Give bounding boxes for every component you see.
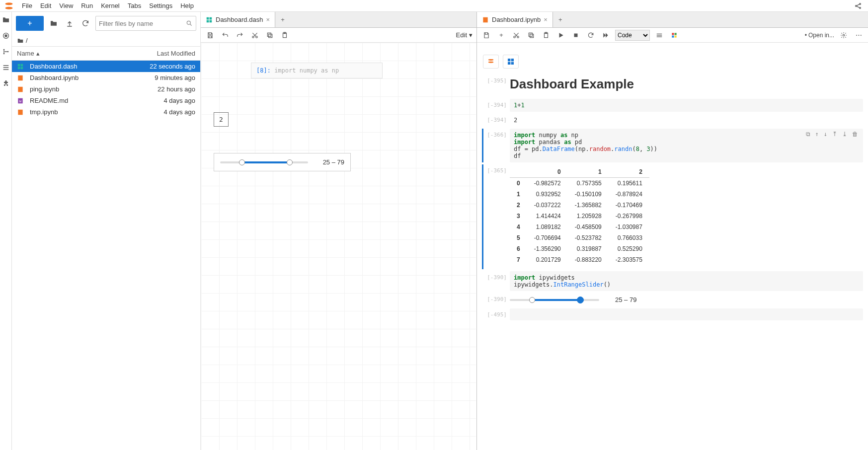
kernel-settings-button[interactable]: [838, 30, 849, 41]
prompt: [-390]: [480, 293, 510, 306]
view-notebook-button[interactable]: [483, 55, 499, 69]
tab-dashboard-ipynb[interactable]: Dashboard.ipynb ×: [477, 12, 553, 27]
header-name[interactable]: Name▴: [17, 50, 131, 57]
slider-track[interactable]: [510, 299, 599, 301]
debugger-button[interactable]: [669, 30, 680, 41]
menu-file[interactable]: File: [18, 2, 36, 9]
folder-icon[interactable]: [2, 16, 10, 24]
celltype-select[interactable]: Code: [615, 30, 650, 41]
mode-select[interactable]: Edit ▾: [456, 31, 473, 39]
file-row[interactable]: Dashboard.dash22 seconds ago: [12, 61, 200, 72]
code-cell[interactable]: import ipywidgetsipywidgets.IntRangeSlid…: [510, 271, 863, 291]
stop-button[interactable]: [570, 30, 581, 41]
run-button[interactable]: [555, 30, 566, 41]
dashboard-code-cell[interactable]: [8]: import numpy as np: [251, 63, 383, 78]
save-button[interactable]: [481, 30, 492, 41]
svg-rect-23: [210, 20, 212, 22]
restart-run-all-button[interactable]: [600, 30, 611, 41]
cut-button[interactable]: [249, 30, 260, 41]
upload-button[interactable]: [64, 17, 76, 29]
new-launcher-button[interactable]: +: [16, 16, 44, 31]
slider-track[interactable]: [220, 161, 308, 163]
menu-run[interactable]: Run: [77, 2, 97, 9]
copy-button[interactable]: [264, 30, 275, 41]
svg-rect-20: [207, 17, 209, 19]
svg-rect-11: [18, 64, 20, 66]
svg-rect-26: [269, 34, 272, 37]
menu-help[interactable]: Help: [176, 2, 198, 9]
slider-value-label: 25 – 79: [313, 158, 344, 166]
view-dashboard-button[interactable]: [503, 55, 519, 69]
close-icon[interactable]: ×: [544, 16, 548, 23]
save-button[interactable]: [205, 30, 216, 41]
restart-button[interactable]: [585, 30, 596, 41]
file-row[interactable]: MREADME.md4 days ago: [12, 95, 200, 106]
menu-tabs[interactable]: Tabs: [124, 2, 145, 9]
file-filter-input[interactable]: [99, 20, 186, 27]
more-button[interactable]: ⋯: [853, 30, 864, 41]
cut-button[interactable]: [511, 30, 522, 41]
output-cell: 2: [510, 114, 863, 127]
file-row[interactable]: tmp.ipynb4 days ago: [12, 106, 200, 118]
menu-settings[interactable]: Settings: [145, 2, 176, 9]
move-down-icon[interactable]: ↓: [824, 131, 827, 138]
menu-view[interactable]: View: [55, 2, 77, 9]
notebook-pane: Dashboard.ipynb × + + Code • Open in: [477, 12, 868, 450]
slider-thumb-high[interactable]: [287, 159, 293, 165]
undo-button[interactable]: [220, 30, 231, 41]
menu-kernel[interactable]: Kernel: [97, 2, 124, 9]
jupyter-logo: [4, 1, 14, 11]
file-modified: 4 days ago: [131, 97, 195, 104]
share-icon[interactable]: [854, 2, 862, 10]
close-icon[interactable]: ×: [266, 16, 270, 23]
tab-dashboard-dash[interactable]: Dashboard.dash ×: [201, 12, 275, 27]
dashboard-canvas[interactable]: [8]: import numpy as np 2 25 – 79: [201, 43, 476, 450]
dashboard-slider-widget[interactable]: 25 – 79: [214, 153, 351, 171]
delete-icon[interactable]: 🗑: [852, 131, 858, 138]
slider-thumb-high[interactable]: [577, 297, 584, 303]
chevron-down-icon: ▾: [469, 31, 473, 39]
insert-cell-button[interactable]: +: [496, 30, 507, 41]
file-browser: + / Name▴ Last Modified Dashboard.dash22…: [12, 12, 201, 450]
file-modified: 22 hours ago: [131, 85, 195, 93]
paste-button[interactable]: [541, 30, 552, 41]
prompt-label: [8]:: [256, 67, 271, 74]
new-folder-button[interactable]: [48, 17, 60, 29]
dashboard-output-cell[interactable]: 2: [214, 112, 229, 127]
move-up-icon[interactable]: ↑: [815, 131, 819, 138]
header-modified[interactable]: Last Modified: [131, 50, 195, 57]
slider-thumb-low[interactable]: [529, 297, 535, 303]
file-row[interactable]: Dashboard.ipynb9 minutes ago: [12, 72, 200, 83]
refresh-button[interactable]: [79, 17, 91, 29]
notebook-toolbar: + Code • Open in... ⋯: [477, 28, 868, 43]
running-icon[interactable]: [2, 32, 10, 40]
toc-icon[interactable]: [2, 64, 10, 72]
paste-button[interactable]: [279, 30, 290, 41]
file-list: Dashboard.dash22 seconds agoDashboard.ip…: [12, 61, 200, 118]
svg-point-7: [3, 49, 4, 51]
file-name: tmp.ipynb: [30, 108, 131, 116]
empty-code-cell[interactable]: [510, 308, 863, 320]
duplicate-icon[interactable]: ⧉: [806, 131, 810, 138]
insert-above-icon[interactable]: ⤒: [832, 131, 837, 138]
slider-widget[interactable]: 25 – 79: [510, 293, 863, 306]
svg-rect-19: [18, 109, 22, 115]
extensions-icon[interactable]: [2, 79, 10, 87]
git-icon[interactable]: [2, 48, 10, 56]
file-filter[interactable]: [95, 16, 196, 31]
breadcrumb[interactable]: /: [12, 35, 200, 46]
insert-below-icon[interactable]: ⤓: [842, 131, 847, 138]
copy-button[interactable]: [526, 30, 537, 41]
new-tab-button[interactable]: +: [275, 12, 290, 27]
slider-thumb-low[interactable]: [239, 159, 245, 165]
cell-actions: ⧉ ↑ ↓ ⤒ ⤓ 🗑: [806, 131, 858, 138]
code-cell[interactable]: 1+1: [510, 99, 863, 112]
code-cell-active[interactable]: ⧉ ↑ ↓ ⤒ ⤓ 🗑 import numpy as np import pa…: [510, 129, 863, 162]
render-button[interactable]: [654, 30, 665, 41]
file-row[interactable]: ping.ipynb22 hours ago: [12, 83, 200, 95]
redo-button[interactable]: [235, 30, 245, 41]
new-tab-button[interactable]: +: [553, 12, 568, 27]
menu-edit[interactable]: Edit: [36, 2, 55, 9]
open-in-button[interactable]: • Open in...: [805, 32, 834, 39]
prompt: [-366]: [480, 129, 510, 162]
